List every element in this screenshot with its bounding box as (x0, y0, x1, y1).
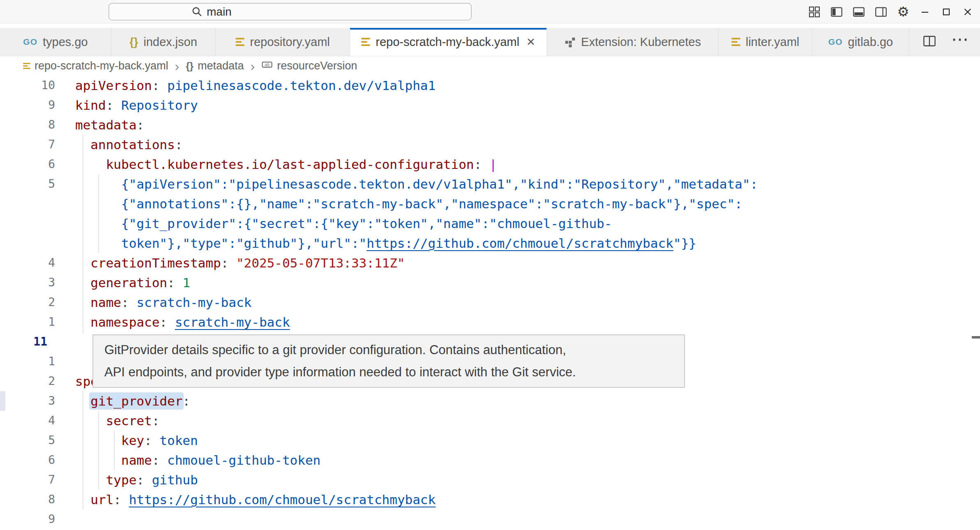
code-token: : (167, 275, 182, 290)
breadcrumb-separator-icon: › (175, 60, 180, 73)
code-text: kind: Repository (55, 95, 198, 115)
line-number[interactable]: 4 (0, 411, 55, 431)
command-center-label: main (207, 5, 232, 18)
line-number[interactable]: 7 (0, 135, 55, 154)
code-token: token (159, 433, 198, 448)
line-number[interactable] (0, 214, 55, 233)
code-text: name: scratch-my-back (55, 293, 251, 312)
editor-actions: ⋯ (909, 28, 980, 56)
code-line[interactable]: 7 annotations: (0, 135, 980, 154)
yaml-file-icon (235, 38, 244, 46)
code-text: key: token (55, 431, 198, 450)
line-number[interactable]: 1 (0, 352, 55, 371)
tab-repository-yaml[interactable]: repository.yaml (216, 28, 350, 56)
symbol-object-icon: {} (186, 60, 194, 72)
tab-linter-yaml[interactable]: linter.yaml (719, 28, 812, 56)
code-line[interactable]: 3 generation: 1 (0, 273, 980, 293)
line-number[interactable] (0, 194, 55, 214)
tab-label: linter.yaml (746, 35, 800, 49)
line-number[interactable]: 10 (0, 76, 55, 95)
line-number[interactable]: 9 (0, 95, 55, 115)
line-number[interactable]: 1 (0, 312, 55, 332)
code-text: kubectl.kubernetes.io/last-applied-confi… (55, 154, 497, 174)
split-editor-icon[interactable] (922, 34, 936, 50)
code-line[interactable]: 5 {"apiVersion":"pipelinesascode.tekton.… (0, 174, 980, 194)
code-line[interactable]: 5 key: token (0, 431, 980, 450)
code-text: {"git_provider":{"secret":{"key":"token"… (55, 214, 612, 233)
settings-gear-icon[interactable]: ⚙ (894, 3, 913, 21)
tab-repo-scratch-my-back-yaml[interactable]: repo-scratch-my-back.yaml✕ (350, 28, 547, 56)
tab-types-go[interactable]: GOtypes.go (0, 28, 111, 56)
breadcrumb-file[interactable]: repo-scratch-my-back.yaml (23, 60, 168, 72)
yaml-file-icon (23, 63, 30, 69)
line-number[interactable]: 7 (0, 470, 55, 490)
titlebar-actions: ⚙ (805, 0, 977, 23)
code-line[interactable]: 6 kubectl.kubernetes.io/last-applied-con… (0, 154, 980, 174)
code-link[interactable]: https://github.com/chmouel/scratchmyback (129, 492, 436, 507)
customize-layout-icon[interactable] (805, 3, 824, 21)
active-line-number[interactable]: 11 (0, 332, 47, 352)
breadcrumb-separator-icon: › (251, 60, 255, 73)
code-link[interactable]: scratch-my-back (175, 315, 290, 330)
line-number[interactable]: 3 (0, 391, 55, 411)
hover-highlighted-word: git_provider (90, 394, 182, 408)
command-center-search[interactable]: main (108, 3, 472, 21)
line-number[interactable]: 6 (0, 154, 55, 174)
editor[interactable]: 10apiVersion: pipelinesascode.tekton.dev… (0, 76, 980, 530)
line-number[interactable] (0, 233, 55, 253)
editor-scrollbar[interactable] (972, 76, 980, 530)
more-actions-icon[interactable]: ⋯ (951, 35, 968, 49)
code-token: name (75, 453, 152, 468)
minimize-window-icon[interactable] (916, 3, 934, 21)
code-line[interactable]: 8 url: https://github.com/chmouel/scratc… (0, 490, 980, 509)
code-token: chmouel-github-token (167, 453, 321, 468)
code-link[interactable]: https://github.com/chmouel/scratchmyback (367, 236, 673, 251)
code-line[interactable]: 3 git_provider: (0, 391, 980, 411)
close-tab-icon[interactable]: ✕ (526, 36, 535, 48)
tab-gitlab-go[interactable]: GOgitlab.go (812, 28, 909, 56)
close-window-icon[interactable] (959, 3, 977, 21)
code-line[interactable]: 4 creationTimestamp: "2025-05-07T13:33:1… (0, 253, 980, 273)
line-number[interactable]: 6 (0, 450, 55, 470)
code-lines: 10apiVersion: pipelinesascode.tekton.dev… (0, 76, 980, 529)
line-number[interactable]: 2 (0, 293, 55, 312)
code-line[interactable]: 6 name: chmouel-github-token (0, 450, 980, 470)
code-line[interactable]: 8metadata: (0, 115, 980, 135)
tab-label: repo-scratch-my-back.yaml (376, 35, 519, 49)
line-number[interactable]: 9 (0, 509, 55, 529)
toggle-secondary-sidebar-icon[interactable] (872, 3, 890, 21)
line-number[interactable]: 3 (0, 273, 55, 293)
line-number[interactable]: 8 (0, 490, 55, 509)
code-line[interactable]: token"},"type":"github"},"url":"https://… (0, 233, 980, 253)
line-number[interactable]: 5 (0, 431, 55, 450)
toggle-primary-sidebar-icon[interactable] (827, 3, 846, 21)
line-number[interactable]: 5 (0, 174, 55, 194)
code-token: kind (75, 98, 106, 113)
breadcrumb-member-resourceversion[interactable]: ab resourceVersion (261, 59, 357, 73)
code-line[interactable]: {"git_provider":{"secret":{"key":"token"… (0, 214, 980, 233)
tab-label: Extension: Kubernetes (581, 35, 701, 49)
code-line[interactable]: 7 type: github (0, 470, 980, 490)
toggle-panel-icon[interactable] (849, 3, 868, 21)
line-number[interactable]: 2 (0, 371, 55, 391)
code-token: scratch-my-back (136, 295, 251, 310)
maximize-window-icon[interactable] (937, 3, 955, 21)
code-line[interactable]: 4 secret: (0, 411, 980, 431)
code-line[interactable]: 9kind: Repository (0, 95, 980, 115)
line-number[interactable]: 4 (0, 253, 55, 273)
tab-index-json[interactable]: {}index.json (111, 28, 216, 56)
code-token: : (136, 118, 144, 132)
code-line[interactable]: 1 namespace: scratch-my-back (0, 312, 980, 332)
code-text: name: chmouel-github-token (55, 450, 321, 470)
breadcrumb-symbol-metadata[interactable]: {} metadata (186, 60, 244, 72)
code-token: : (175, 137, 183, 152)
code-line[interactable]: 9 (0, 509, 980, 529)
tab-extension-kubernetes[interactable]: Extension: Kubernetes (547, 28, 719, 56)
code-line[interactable]: {"annotations":{},"name":"scratch-my-bac… (0, 194, 980, 214)
code-token: : (136, 472, 152, 487)
code-line[interactable]: 10apiVersion: pipelinesascode.tekton.dev… (0, 76, 980, 95)
line-number[interactable]: 8 (0, 115, 55, 135)
code-text: generation: 1 (55, 273, 190, 293)
code-line[interactable]: 2 name: scratch-my-back (0, 293, 980, 312)
search-icon (191, 6, 203, 17)
